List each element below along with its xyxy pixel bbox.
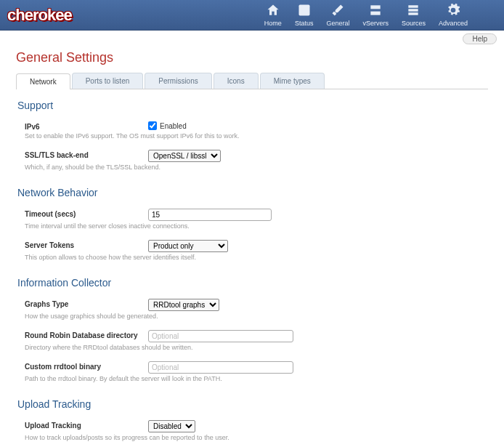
- graphs-help: How the usage graphics should be generat…: [17, 313, 488, 320]
- nav-label: General: [326, 20, 349, 27]
- tools-icon: [330, 3, 345, 20]
- timeout-input[interactable]: [148, 209, 272, 221]
- graphs-label: Graphs Type: [25, 299, 148, 308]
- ipv6-help: Set to enable the IPv6 support. The OS m…: [17, 132, 488, 140]
- nav-label: Sources: [402, 20, 426, 27]
- upload-label: Upload Tracking: [25, 420, 148, 430]
- status-icon: [297, 3, 312, 20]
- section-title: Support: [17, 100, 488, 111]
- nav-status[interactable]: Status: [295, 3, 314, 27]
- section-title: Upload Tracking: [17, 398, 488, 410]
- nav-label: Status: [295, 20, 314, 27]
- tab-ports[interactable]: Ports to listen: [72, 73, 144, 89]
- svg-rect-0: [298, 5, 309, 16]
- rrdbin-help: Path to the rrdtool binary. By default t…: [17, 375, 488, 382]
- ipv6-label: IPv6: [25, 121, 148, 131]
- section-title: Information Collector: [17, 277, 488, 289]
- nav-advanced[interactable]: Advanced: [439, 3, 468, 27]
- gear-icon: [446, 3, 460, 20]
- tab-permissions[interactable]: Permissions: [145, 73, 211, 89]
- nav-label: Advanced: [439, 20, 468, 27]
- ssl-select[interactable]: OpenSSL / libssl: [148, 150, 221, 162]
- server-icon: [368, 3, 383, 20]
- nav-general[interactable]: General: [326, 3, 349, 27]
- nav-sources[interactable]: Sources: [402, 3, 426, 27]
- section-network: Network Behavior Timeout (secs) Time int…: [16, 187, 488, 261]
- ipv6-checkbox[interactable]: [148, 121, 157, 130]
- topbar: cherokee Home Status General vServers So…: [0, 0, 504, 31]
- nav-label: vServers: [362, 20, 389, 27]
- section-upload: Upload Tracking Upload Tracking Disabled…: [16, 398, 488, 441]
- ssl-help: Which, if any, should be the TLS/SSL bac…: [17, 164, 488, 171]
- svg-rect-1: [371, 5, 381, 9]
- timeout-label: Timeout (secs): [25, 209, 148, 218]
- tokens-help: This option allows to choose how the ser…: [17, 254, 488, 261]
- rrdbin-input[interactable]: [148, 361, 293, 374]
- home-icon: [266, 3, 280, 20]
- page-title: General Settings: [16, 50, 488, 65]
- main-nav: Home Status General vServers Sources Adv…: [264, 3, 497, 27]
- help-bar: Help: [0, 31, 504, 47]
- nav-vservers[interactable]: vServers: [362, 3, 389, 27]
- help-button[interactable]: Help: [463, 33, 497, 44]
- nav-home[interactable]: Home: [264, 3, 282, 27]
- rrddir-input[interactable]: [148, 330, 293, 342]
- section-collector: Information Collector Graphs Type RRDtoo…: [16, 277, 488, 382]
- svg-rect-2: [371, 12, 381, 15]
- tokens-label: Server Tokens: [25, 240, 148, 249]
- ipv6-checkbox-label: Enabled: [160, 122, 187, 130]
- nav-label: Home: [264, 20, 282, 27]
- rrddir-help: Directory where the RRDtool databases sh…: [17, 344, 488, 351]
- sources-icon: [406, 3, 420, 20]
- timeout-help: Time interval until the server closes in…: [17, 222, 488, 230]
- rrdbin-label: Custom rrdtool binary: [25, 361, 148, 371]
- graphs-select[interactable]: RRDtool graphs: [148, 299, 219, 311]
- logo: cherokee: [7, 6, 72, 25]
- section-support: Support IPv6 Enabled Set to enable the I…: [16, 100, 488, 171]
- ssl-label: SSL/TLS back-end: [25, 150, 148, 159]
- tab-mime[interactable]: Mime types: [260, 73, 325, 89]
- tabs: Network Ports to listen Permissions Icon…: [16, 73, 488, 89]
- tokens-select[interactable]: Product only: [148, 240, 228, 252]
- upload-help: How to track uploads/posts so its progre…: [17, 434, 488, 441]
- page: General Settings Network Ports to listen…: [0, 47, 504, 447]
- upload-select[interactable]: Disabled: [148, 420, 195, 432]
- tab-network[interactable]: Network: [16, 73, 70, 89]
- tab-icons[interactable]: Icons: [214, 73, 259, 89]
- section-title: Network Behavior: [17, 187, 488, 198]
- rrddir-label: Round Robin Database directory: [25, 330, 148, 339]
